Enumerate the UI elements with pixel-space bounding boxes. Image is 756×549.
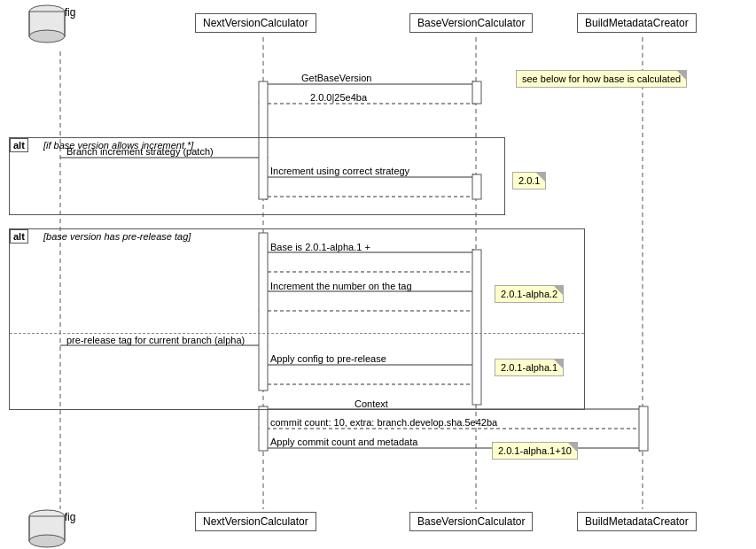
config-bottom-actor: Config bbox=[27, 509, 94, 523]
alt-guard-2: [base version has pre-release tag] bbox=[43, 231, 191, 242]
alt-box-2: alt [base version has pre-release tag] bbox=[9, 228, 585, 410]
alt-label-1: alt bbox=[10, 138, 28, 152]
msg-return-version: 2.0.0|25e4ba bbox=[310, 92, 367, 103]
msg-increment-tag: Increment the number on the tag bbox=[270, 281, 412, 291]
msg-prerelease-tag: pre-release tag for current branch (alph… bbox=[66, 335, 245, 345]
msg-commit-count: commit count: 10, extra: branch.develop.… bbox=[270, 417, 497, 428]
config-top-actor: Config bbox=[27, 4, 94, 19]
note-base-calculated: see below for how base is calculated bbox=[516, 70, 687, 88]
note-201: 2.0.1 bbox=[512, 172, 546, 189]
note-201-alpha2: 2.0.1-alpha.2 bbox=[495, 285, 564, 303]
svg-point-45 bbox=[29, 30, 65, 43]
msg-context: Context bbox=[355, 398, 388, 409]
msg-increment-strategy: Increment using correct strategy bbox=[270, 166, 409, 176]
msg-getbaseversion: GetBaseVersion bbox=[301, 73, 372, 83]
note-201-alpha1-10: 2.0.1-alpha.1+10 bbox=[492, 442, 578, 460]
bmc-bottom-actor: BuildMetadataCreator bbox=[577, 512, 697, 531]
alt-label-2: alt bbox=[10, 229, 28, 244]
msg-apply-config: Apply config to pre-release bbox=[270, 353, 386, 364]
nvc-top-actor: NextVersionCalculator bbox=[195, 13, 316, 33]
bmc-top-actor: BuildMetadataCreator bbox=[577, 13, 697, 33]
bvc-bottom-actor: BaseVersionCalculator bbox=[409, 512, 533, 531]
nvc-bottom-actor: NextVersionCalculator bbox=[195, 512, 316, 531]
msg-apply-metadata: Apply commit count and metadata bbox=[270, 437, 417, 447]
bvc-top-actor: BaseVersionCalculator bbox=[409, 13, 533, 33]
sequence-diagram: Config NextVersionCalculator BaseVersion… bbox=[0, 0, 756, 549]
msg-branch-increment: Branch increment strategy (patch) bbox=[66, 146, 214, 157]
svg-point-50 bbox=[29, 535, 65, 547]
alt-divider bbox=[10, 333, 584, 334]
msg-base-alpha: Base is 2.0.1-alpha.1 + bbox=[270, 242, 370, 252]
note-201-alpha1: 2.0.1-alpha.1 bbox=[495, 359, 564, 376]
